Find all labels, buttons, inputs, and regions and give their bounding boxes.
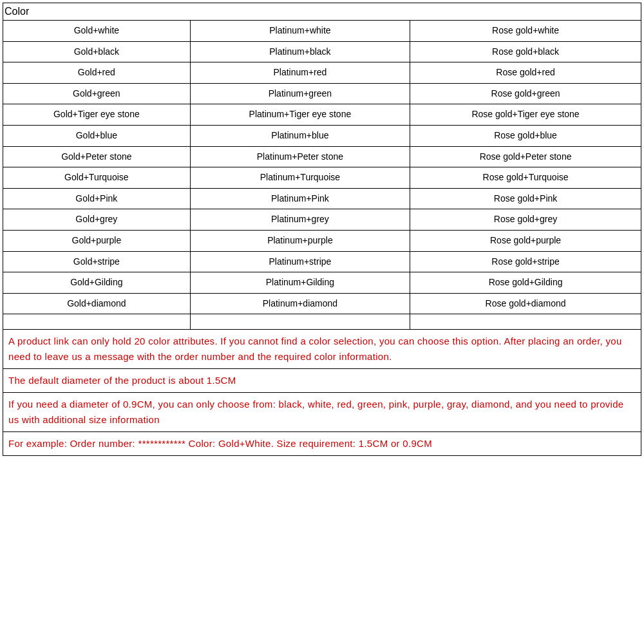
notice-text-1: A product link can only hold 20 color at…: [8, 336, 622, 362]
color-table: Gold+whitePlatinum+whiteRose gold+whiteG…: [3, 20, 641, 330]
table-row: Gold+GildingPlatinum+GildingRose gold+Gi…: [3, 272, 641, 294]
table-cell: Platinum+black: [190, 41, 410, 62]
table-row: Gold+PinkPlatinum+PinkRose gold+Pink: [3, 188, 641, 209]
table-cell: Gold+Gilding: [3, 272, 191, 294]
notice-text-4: For example: Order number: ************ …: [8, 438, 432, 449]
table-cell: Gold+black: [3, 41, 191, 62]
table-cell: Rose gold+Pink: [410, 188, 641, 209]
table-row: Gold+greyPlatinum+greyRose gold+grey: [3, 209, 641, 231]
table-cell: Platinum+stripe: [190, 251, 410, 272]
table-cell: [190, 314, 410, 330]
table-row: Gold+whitePlatinum+whiteRose gold+white: [3, 21, 641, 42]
table-row: Gold+TurquoisePlatinum+TurquoiseRose gol…: [3, 167, 641, 189]
page-wrapper: Color Gold+whitePlatinum+whiteRose gold+…: [0, 0, 644, 459]
table-cell: Platinum+blue: [190, 125, 410, 146]
section-title: Color: [3, 3, 641, 20]
table-cell: Rose gold+Turquoise: [410, 167, 641, 189]
table-row: [3, 314, 641, 330]
table-row: Gold+purplePlatinum+purpleRose gold+purp…: [3, 230, 641, 251]
table-cell: Rose gold+purple: [410, 230, 641, 251]
table-cell: Rose gold+white: [410, 21, 641, 42]
table-cell: Platinum+Turquoise: [190, 167, 410, 189]
table-cell: Platinum+purple: [190, 230, 410, 251]
table-cell: Gold+white: [3, 21, 191, 42]
table-row: Gold+bluePlatinum+blueRose gold+blue: [3, 125, 641, 146]
table-row: Gold+greenPlatinum+greenRose gold+green: [3, 83, 641, 104]
table-row: Gold+Tiger eye stonePlatinum+Tiger eye s…: [3, 104, 641, 126]
table-cell: Gold+Peter stone: [3, 146, 191, 167]
table-cell: Rose gold+green: [410, 83, 641, 104]
table-cell: Platinum+white: [190, 21, 410, 42]
table-cell: Gold+stripe: [3, 251, 191, 272]
table-cell: Gold+green: [3, 83, 191, 104]
table-cell: Platinum+Gilding: [190, 272, 410, 294]
table-cell: [410, 314, 641, 330]
table-row: Gold+stripePlatinum+stripeRose gold+stri…: [3, 251, 641, 272]
table-cell: Gold+purple: [3, 230, 191, 251]
table-cell: Gold+grey: [3, 209, 191, 231]
table-cell: Rose gold+diamond: [410, 293, 641, 314]
table-cell: Platinum+green: [190, 83, 410, 104]
table-cell: Rose gold+black: [410, 41, 641, 62]
table-cell: Platinum+Pink: [190, 188, 410, 209]
notice-block-4: For example: Order number: ************ …: [3, 432, 641, 456]
table-row: Gold+diamondPlatinum+diamondRose gold+di…: [3, 293, 641, 314]
table-cell: Rose gold+red: [410, 62, 641, 84]
table-cell: Platinum+Peter stone: [190, 146, 410, 167]
table-row: Gold+blackPlatinum+blackRose gold+black: [3, 41, 641, 62]
notice-block-2: The default diameter of the product is a…: [3, 369, 641, 393]
table-cell: Platinum+red: [190, 62, 410, 84]
table-cell: Gold+blue: [3, 125, 191, 146]
notice-block-1: A product link can only hold 20 color at…: [3, 330, 641, 369]
notice-text-3: If you need a diameter of 0.9CM, you can…: [8, 399, 624, 425]
table-cell: Platinum+diamond: [190, 293, 410, 314]
table-cell: Gold+Turquoise: [3, 167, 191, 189]
table-cell: Rose gold+Gilding: [410, 272, 641, 294]
table-cell: Rose gold+Peter stone: [410, 146, 641, 167]
table-row: Gold+Peter stonePlatinum+Peter stoneRose…: [3, 146, 641, 167]
table-cell: Gold+diamond: [3, 293, 191, 314]
table-cell: Rose gold+blue: [410, 125, 641, 146]
notice-block-3: If you need a diameter of 0.9CM, you can…: [3, 393, 641, 432]
notice-text-2: The default diameter of the product is a…: [8, 375, 236, 386]
table-cell: Rose gold+stripe: [410, 251, 641, 272]
table-cell: Platinum+Tiger eye stone: [190, 104, 410, 126]
table-cell: Platinum+grey: [190, 209, 410, 231]
table-cell: Gold+Tiger eye stone: [3, 104, 191, 126]
table-row: Gold+redPlatinum+redRose gold+red: [3, 62, 641, 84]
table-cell: Gold+red: [3, 62, 191, 84]
table-cell: [3, 314, 191, 330]
table-cell: Gold+Pink: [3, 188, 191, 209]
table-cell: Rose gold+grey: [410, 209, 641, 231]
table-cell: Rose gold+Tiger eye stone: [410, 104, 641, 126]
